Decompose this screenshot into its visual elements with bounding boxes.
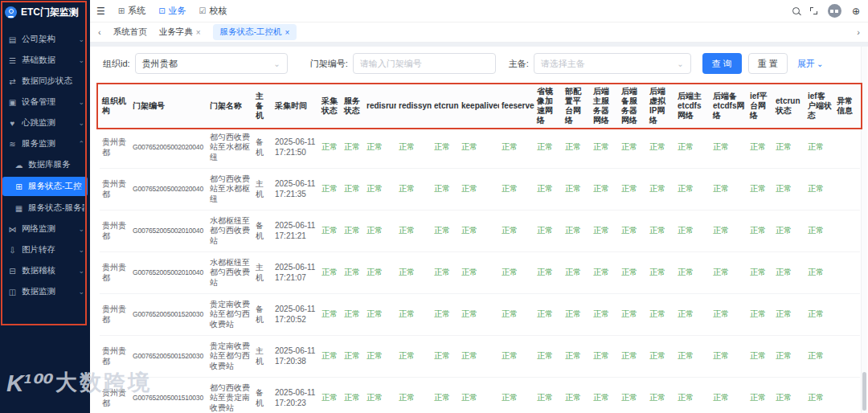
status-cell: 正常 (342, 127, 364, 168)
reset-button[interactable]: 重 置 (748, 53, 788, 74)
tab-label: 系统首页 (113, 27, 147, 38)
status-cell: 正常 (591, 127, 619, 168)
sidebar-item-label: 数据监测 (22, 286, 78, 297)
sidebar-item-9[interactable]: ⋈网络监测⌄ (0, 219, 90, 239)
expand-filters-link[interactable]: 展开 ⌄ (797, 58, 823, 70)
scrollbar-thumb[interactable] (862, 372, 866, 411)
status-cell: 正常 (364, 127, 396, 168)
status-cell: 正常 (647, 127, 675, 168)
cell-mode: 主机 (253, 252, 272, 293)
close-icon[interactable]: × (285, 28, 290, 37)
topbar-menu-label: 系统 (128, 5, 145, 17)
sidebar-item-6[interactable]: ☁数据库服务 (0, 154, 90, 175)
chevron-down-icon: ⌄ (78, 99, 84, 106)
status-cell: 正常 (563, 378, 591, 413)
sidebar-item-5[interactable]: ≋服务监测⌃ (0, 133, 90, 154)
sidebar-item-0[interactable]: ▤公司架构⌄ (0, 29, 90, 50)
table-row[interactable]: 贵州贵都 G007652005002010040 水都枢纽至都匀西收费站 主机 … (100, 252, 860, 294)
sidebar-item-11[interactable]: ⊟数据稽核⌄ (0, 260, 90, 281)
cell-collect-time: 2025-06-11 17:20:38 (272, 336, 319, 377)
status-cell: 正常 (773, 211, 805, 251)
globe-icon[interactable]: ⊕ (852, 6, 860, 16)
sidebar-item-12[interactable]: ◫数据监测⌄ (0, 281, 90, 302)
tab-business-dict[interactable]: 业务字典 × (159, 27, 201, 38)
avatar[interactable] (828, 4, 841, 18)
collapse-sidebar-icon[interactable]: ☰ (96, 6, 105, 17)
search-button[interactable]: 查 询 (702, 53, 742, 74)
fullscreen-icon[interactable] (810, 7, 817, 14)
cell-mode: 主机 (253, 336, 272, 377)
status-cell: 正常 (675, 211, 710, 251)
system-menu-icon: ⊞ (118, 6, 125, 15)
data-audit-icon: ⊟ (7, 267, 18, 276)
status-cell: 正常 (591, 336, 619, 377)
status-cell: 正常 (319, 169, 342, 210)
mode-placeholder: 请选择主备 (541, 58, 585, 70)
status-cell: 正常 (747, 294, 773, 335)
chevron-down-icon: ⌄ (677, 59, 683, 68)
status-cell: 正常 (675, 336, 710, 377)
gantry-id-input[interactable]: 请输入门架编号 (353, 53, 496, 74)
check-menu-icon: ☑ (199, 6, 207, 15)
column-header: ief平台网络 (747, 85, 773, 127)
sidebar-item-3[interactable]: ▣设备管理⌄ (0, 92, 90, 112)
status-cell: 正常 (342, 211, 364, 251)
status-cell: 正常 (805, 127, 834, 168)
topbar-menu-system[interactable]: ⊞ 系统 (118, 5, 145, 17)
service-status-ipc-icon: ⊞ (14, 182, 24, 191)
cell-gantry-id: G007652005001520030 (130, 294, 207, 335)
table-row[interactable]: 贵州贵都 G007652005002010040 水都枢纽至都匀西收费站 备机 … (100, 211, 860, 252)
close-icon[interactable]: × (196, 28, 201, 37)
chevron-down-icon: ⌄ (78, 226, 84, 233)
cell-gantry-id: G007652005002010040 (130, 211, 207, 251)
org-id-select[interactable]: 贵州贵都 ⌄ (135, 53, 288, 74)
status-cell: 正常 (619, 378, 647, 413)
status-cell: 正常 (747, 211, 773, 251)
gantry-id-placeholder: 请输入门架编号 (360, 58, 422, 70)
status-cell: 正常 (432, 211, 459, 251)
sidebar-item-8[interactable]: ▦服务状态-服务器 (0, 198, 90, 219)
table-body: 贵州贵都 G007652005002020040 都匀西收费站至水都枢纽 备机 … (100, 127, 860, 413)
column-header: 后端备服务器网络 (619, 85, 647, 127)
status-cell: 正常 (647, 211, 675, 251)
topbar-menu-label: 业务 (169, 5, 186, 17)
search-icon[interactable] (792, 7, 800, 14)
column-header: etcrun状态 (773, 85, 805, 127)
topbar-menu-check[interactable]: ☑ 校核 (199, 5, 227, 17)
tabs-scroll-left-icon[interactable]: ‹ (98, 27, 101, 37)
cell-org: 贵州贵都 (100, 336, 130, 377)
status-cell: 正常 (710, 252, 747, 293)
table-row[interactable]: 贵州贵都 G007652005001520030 贵定南收费站至都匀西收费站 备… (100, 294, 860, 336)
table-row[interactable]: 贵州贵都 G007652005002020040 都匀西收费站至水都枢纽 主机 … (100, 169, 860, 211)
filter-bar: 组织id: 贵州贵都 ⌄ 门架编号: 请输入门架编号 主备: 请选择主备 ⌄ 查… (103, 53, 858, 74)
sidebar-item-4[interactable]: ♥心跳监测⌄ (0, 112, 90, 133)
status-cell: 正常 (319, 378, 342, 413)
status-cell: 正常 (805, 336, 834, 377)
sidebar-item-7[interactable]: ⊞服务状态-工控机 (2, 177, 88, 196)
cell-mode: 备机 (253, 127, 272, 168)
mode-select[interactable]: 请选择主备 ⌄ (534, 53, 691, 74)
table-header: 组织机构门架编号门架名称主备机采集时间采集状态服务状态redisrunredis… (100, 85, 860, 127)
tab-service-status-ipc[interactable]: 服务状态-工控机 × (213, 24, 297, 40)
status-cell: 正常 (342, 294, 364, 335)
cell-mode: 备机 (253, 211, 272, 251)
chevron-down-icon: ⌄ (78, 120, 84, 127)
tabs-scroll-right-icon[interactable]: › (857, 27, 860, 37)
sidebar-item-10[interactable]: ⇩图片转存⌄ (0, 239, 90, 260)
sidebar-item-1[interactable]: ☰基础数据⌄ (0, 50, 90, 71)
table-row[interactable]: 贵州贵都 G007652005001520030 贵定南收费站至都匀西收费站 主… (100, 336, 860, 378)
status-cell: 正常 (619, 169, 647, 210)
gantry-id-label: 门架编号: (310, 58, 348, 70)
table-row[interactable]: 贵州贵都 G007652005002020040 都匀西收费站至水都枢纽 备机 … (100, 127, 860, 169)
vertical-scrollbar[interactable] (861, 47, 867, 413)
sidebar-item-2[interactable]: ⇄数据同步状态 (0, 71, 90, 92)
tab-home[interactable]: 系统首页 (113, 27, 147, 38)
status-cell: 正常 (432, 294, 459, 335)
table-row[interactable]: 贵州贵都 G007652005001510030 都匀西收费站至贵定南收费站 备… (100, 378, 860, 413)
status-cell: 正常 (432, 127, 459, 168)
column-header: 门架编号 (130, 85, 207, 127)
topbar-menu-business[interactable]: ⊡ 业务 (158, 5, 186, 17)
column-header: redissync (396, 85, 432, 127)
app-title: ETC门架监测 (21, 6, 79, 19)
sidebar-item-label: 设备管理 (22, 96, 78, 108)
